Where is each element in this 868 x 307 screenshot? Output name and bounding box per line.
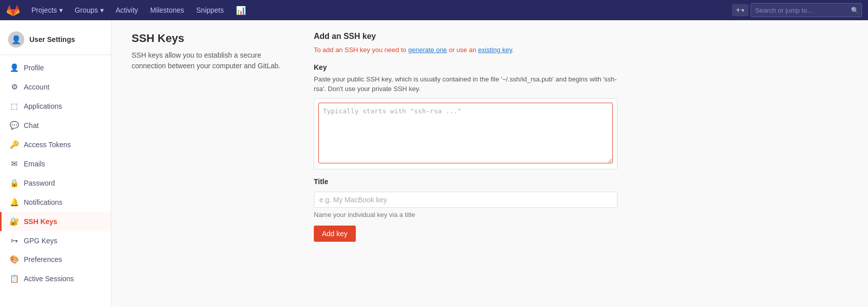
avatar: 👤	[8, 31, 24, 48]
access-tokens-icon: 🔑	[10, 140, 19, 149]
nav-chart-icon[interactable]: 📊	[231, 4, 251, 17]
panel-title: Add an SSH key	[314, 32, 617, 41]
main-content: User Settings › SSH Keys SSH Keys SSH ke…	[111, 0, 868, 254]
key-textarea-outer	[314, 98, 617, 169]
nav-projects[interactable]: Projects ▾	[26, 4, 68, 16]
right-column: Add an SSH key To add an SSH key you nee…	[314, 32, 617, 242]
key-field-label: Key	[314, 63, 617, 71]
emails-icon: ✉	[10, 159, 19, 168]
ssh-keys-icon: 🔐	[10, 217, 19, 226]
sidebar-username: User Settings	[29, 35, 75, 43]
key-input[interactable]	[318, 103, 613, 163]
sidebar-item-applications[interactable]: ⬚ Applications	[0, 97, 111, 116]
search-icon: 🔍	[851, 7, 859, 14]
title-hint: Name your individual key via a title	[314, 211, 617, 218]
info-text: To add an SSH key you need to generate o…	[314, 45, 617, 55]
password-icon: 🔒	[10, 179, 19, 188]
chat-icon: 💬	[10, 121, 19, 130]
left-column: SSH Keys SSH keys allow you to establish…	[132, 32, 283, 242]
sidebar-item-emails[interactable]: ✉ Emails	[0, 154, 111, 173]
search-wrapper: 🔍	[751, 3, 862, 17]
chevron-down-icon: ▾	[100, 6, 104, 14]
top-navigation: Projects ▾ Groups ▾ Activity Milestones …	[0, 0, 868, 20]
sidebar-item-account[interactable]: ⚙ Account	[0, 77, 111, 97]
applications-icon: ⬚	[10, 102, 19, 111]
title-field-label: Title	[314, 178, 617, 186]
page-title: SSH Keys	[132, 32, 283, 45]
existing-key-link[interactable]: existing key	[478, 46, 512, 54]
title-input[interactable]	[314, 192, 617, 208]
sidebar-item-notifications[interactable]: 🔔 Notifications	[0, 193, 111, 212]
nav-milestones[interactable]: Milestones	[145, 4, 189, 16]
section-description: SSH keys allow you to establish a secure…	[132, 50, 283, 71]
sidebar: 👤 User Settings 👤 Profile ⚙ Account ⬚ Ap…	[0, 20, 111, 254]
sidebar-item-ssh-keys[interactable]: 🔐 SSH Keys	[0, 212, 111, 231]
generate-link[interactable]: generate one	[408, 46, 447, 54]
notifications-icon: 🔔	[10, 198, 19, 207]
gpg-keys-icon: 🗝	[10, 236, 19, 245]
new-item-button[interactable]: + ▾	[732, 4, 749, 16]
chevron-down-icon: ▾	[59, 6, 63, 14]
sidebar-item-profile[interactable]: 👤 Profile	[0, 58, 111, 77]
search-input[interactable]	[751, 3, 862, 17]
chevron-down-icon: ▾	[741, 7, 745, 14]
sidebar-item-access-tokens[interactable]: 🔑 Access Tokens	[0, 135, 111, 154]
gitlab-logo[interactable]	[6, 3, 20, 17]
nav-snippets[interactable]: Snippets	[191, 4, 229, 16]
nav-activity[interactable]: Activity	[111, 4, 143, 16]
key-field-description: Paste your public SSH key, which is usua…	[314, 74, 617, 94]
profile-icon: 👤	[10, 63, 19, 72]
account-icon: ⚙	[10, 82, 19, 92]
sidebar-item-chat[interactable]: 💬 Chat	[0, 116, 111, 135]
nav-groups[interactable]: Groups ▾	[70, 4, 109, 16]
add-key-button[interactable]: Add key	[314, 226, 356, 242]
sidebar-item-gpg-keys[interactable]: 🗝 GPG Keys	[0, 231, 111, 250]
sidebar-user-header: 👤 User Settings	[0, 25, 111, 55]
page-columns: SSH Keys SSH keys allow you to establish…	[132, 32, 848, 242]
sidebar-item-password[interactable]: 🔒 Password	[0, 173, 111, 193]
sidebar-item-preferences[interactable]: 🎨 Preferences	[0, 250, 111, 254]
